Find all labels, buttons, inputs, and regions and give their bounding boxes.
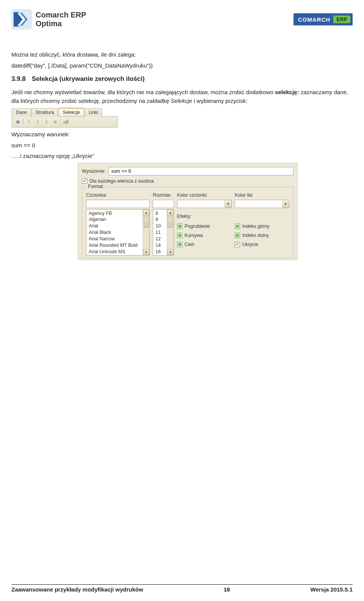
separator-icon <box>60 118 61 125</box>
combo-body[interactable] <box>177 200 224 208</box>
effect-italic[interactable]: Kursywa <box>177 233 232 238</box>
expression-input[interactable] <box>108 167 293 175</box>
checkbox-icon[interactable] <box>82 178 87 184</box>
scroll-up-icon[interactable]: ▲ <box>143 210 149 216</box>
alpha-beta-icon[interactable]: αβ <box>63 118 69 125</box>
font-column: Czcionka: Agency FB Algerian Arial Arial… <box>86 192 150 256</box>
checkbox-icon[interactable] <box>235 224 240 229</box>
para-3: Jeśli nie chcemy wyświetlać towarów, dla… <box>11 88 353 105</box>
expression-label: Wyrażenie: <box>82 169 105 174</box>
content: Można też obliczyć, która dostawa, ile d… <box>0 30 364 260</box>
badge-right: COMARCH ERP <box>293 13 353 25</box>
list-item[interactable]: 14 <box>155 242 165 249</box>
effect-label: Indeks górny <box>242 224 270 229</box>
list-item[interactable]: Arial <box>89 223 140 229</box>
arrow-up-icon[interactable]: ⇧ <box>34 118 41 125</box>
bg-color-combo[interactable]: ▼ <box>235 200 289 208</box>
footer-right: Wersja 2015.5.1 <box>311 586 353 593</box>
list-item[interactable]: Arial Unicode MS <box>89 249 140 255</box>
checkbox-icon[interactable] <box>177 224 182 229</box>
list-item[interactable]: Agency FB <box>89 210 140 217</box>
list-item[interactable]: Arial Black <box>89 229 140 236</box>
globe-icon[interactable]: ✲ <box>14 118 21 125</box>
scroll-down-icon[interactable]: ▼ <box>143 249 149 255</box>
list-item[interactable]: 11 <box>155 229 165 236</box>
p3-d: Selekcje <box>171 98 192 104</box>
format-group-title: Format <box>86 184 105 189</box>
font-list[interactable]: Agency FB Algerian Arial Arial Black Ari… <box>86 210 143 255</box>
size-input[interactable] <box>153 200 174 208</box>
tabbar-toolbar: ✲ ✎ ⇧ ⇩ ✖ αβ <box>12 116 118 128</box>
badge-comarch: COMARCH <box>298 16 330 23</box>
chevron-down-icon[interactable]: ▼ <box>282 200 289 208</box>
section-title: Selekcja (ukrywanie zerowych ilości) <box>32 75 145 83</box>
effect-sup[interactable]: Indeks górny <box>235 224 289 229</box>
effects-block: Efekty: Pogrubienie Kursywa Cień <box>177 214 232 247</box>
per-row-checkbox-wrap[interactable]: Dla każdego wiersza z osobna <box>82 178 154 184</box>
format-columns: Czcionka: Agency FB Algerian Arial Arial… <box>86 192 289 256</box>
tab-struktura[interactable]: Struktura <box>31 108 58 117</box>
size-label: Rozmiar: <box>153 192 174 198</box>
logo-text: Comarch ERP Optima <box>36 11 86 28</box>
para-1: Można też obliczyć, która dostawa, ile d… <box>11 50 353 59</box>
tabbar-screenshot: Dane Struktura Selekcje Linki ✲ ✎ ⇧ ⇩ ✖ … <box>11 107 118 128</box>
list-item[interactable]: Arial Narrow <box>89 236 140 242</box>
effect-bold[interactable]: Pogrubienie <box>177 224 232 229</box>
size-column: Rozmiar: 8 9 10 11 12 14 16 <box>153 192 174 256</box>
scroll-up-icon[interactable]: ▲ <box>167 210 173 216</box>
para-2: datediff("day", [./Data], param("CDN_Dat… <box>11 62 353 70</box>
page-header: Comarch ERP Optima COMARCH ERP <box>0 0 364 30</box>
scroll-down-icon[interactable]: ▼ <box>167 249 173 255</box>
p3-a: Jeśli nie chcemy wyświetlać towarów, dla… <box>11 89 275 95</box>
effect-shadow[interactable]: Cień <box>177 242 232 247</box>
list-item[interactable]: Arial Rounded MT Bold <box>89 242 140 249</box>
font-listbox[interactable]: Agency FB Algerian Arial Arial Black Ari… <box>86 209 150 256</box>
checkbox-icon[interactable] <box>177 233 182 238</box>
delete-icon[interactable]: ✖ <box>52 118 58 125</box>
tabbar-tabs: Dane Struktura Selekcje Linki <box>12 108 118 116</box>
combo-body[interactable] <box>235 200 282 208</box>
section-number: 3.9.8 <box>11 75 26 83</box>
expression-row: Wyrażenie: <box>82 167 293 175</box>
font-color-combo[interactable]: ▼ <box>177 200 232 208</box>
scroll-thumb[interactable] <box>168 216 173 228</box>
footer-left: Zaawansowane przykłady modyfikacji wydru… <box>11 586 143 593</box>
list-item[interactable]: 12 <box>155 236 165 242</box>
list-item[interactable]: 9 <box>155 216 165 223</box>
effects-label: Efekty: <box>177 214 232 219</box>
chevron-down-icon[interactable]: ▼ <box>224 200 231 208</box>
size-list[interactable]: 8 9 10 11 12 14 16 <box>153 210 167 255</box>
format-group: Format Czcionka: Agency FB Algerian Aria… <box>82 187 293 258</box>
list-item[interactable]: 10 <box>155 223 165 229</box>
logo-left: Comarch ERP Optima <box>11 9 86 30</box>
bg-color-column: Kolor tła: ▼ Indeks górny Indek <box>235 192 289 256</box>
effect-hide[interactable]: Ukrycie <box>235 242 289 247</box>
page-footer: Zaawansowane przykłady modyfikacji wydru… <box>11 584 353 593</box>
effect-label: Pogrubienie <box>185 224 210 229</box>
effect-label: Kursywa <box>185 233 203 238</box>
pencil-icon[interactable]: ✎ <box>25 118 32 125</box>
tab-dane[interactable]: Dane <box>12 108 31 117</box>
font-input[interactable] <box>86 200 150 208</box>
list-item[interactable]: Algerian <box>89 216 140 223</box>
spacer <box>235 214 289 219</box>
list-item[interactable]: 16 <box>155 249 165 255</box>
separator-icon <box>23 118 24 125</box>
arrow-down-icon[interactable]: ⇩ <box>43 118 50 125</box>
checkbox-icon[interactable] <box>177 242 182 247</box>
checkbox-icon[interactable] <box>235 233 240 238</box>
tab-selekcje[interactable]: Selekcje <box>58 108 84 116</box>
size-listbox[interactable]: 8 9 10 11 12 14 16 ▲ ▼ <box>153 209 174 256</box>
font-scrollbar[interactable]: ▲ ▼ <box>143 210 149 255</box>
effect-sub[interactable]: Indeks dolny <box>235 233 289 238</box>
effect-label: Ukrycie <box>242 242 258 247</box>
selection-dialog: Wyrażenie: Dla każdego wiersza z osobna … <box>78 163 298 260</box>
scroll-thumb[interactable] <box>144 216 149 228</box>
size-scrollbar[interactable]: ▲ ▼ <box>167 210 174 255</box>
tab-linki[interactable]: Linki <box>85 108 102 117</box>
optima-logo-icon <box>11 9 32 30</box>
list-item[interactable]: 8 <box>155 210 165 217</box>
section-heading: 3.9.8 Selekcja (ukrywanie zerowych ilośc… <box>11 75 353 83</box>
bg-color-label: Kolor tła: <box>235 192 289 198</box>
checkbox-icon[interactable] <box>235 242 240 247</box>
